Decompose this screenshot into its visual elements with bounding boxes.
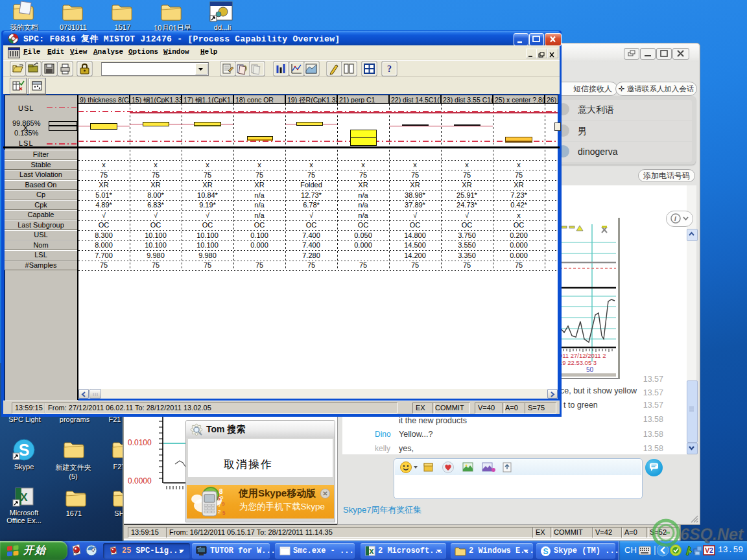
svg-text:7: 7 xyxy=(218,502,221,508)
svg-text:i: i xyxy=(674,215,676,222)
svg-text:X: X xyxy=(20,491,28,504)
svg-text:50: 50 xyxy=(586,366,594,373)
svg-text:5: 5 xyxy=(222,510,226,516)
svg-text:?: ? xyxy=(387,64,392,74)
svg-text:S: S xyxy=(543,547,548,556)
svg-text:19 22.53.05 3: 19 22.53.05 3 xyxy=(559,359,597,366)
svg-text:9: 9 xyxy=(222,501,225,507)
svg-text:6SQ.Net: 6SQ.Net xyxy=(680,525,744,543)
svg-text:011 27/12/2011 2: 011 27/12/2011 2 xyxy=(559,352,606,359)
svg-text:2: 2 xyxy=(218,509,221,515)
svg-text:X: X xyxy=(369,548,374,555)
svg-text:5: 5 xyxy=(220,495,224,500)
svg-text:S: S xyxy=(19,441,30,459)
